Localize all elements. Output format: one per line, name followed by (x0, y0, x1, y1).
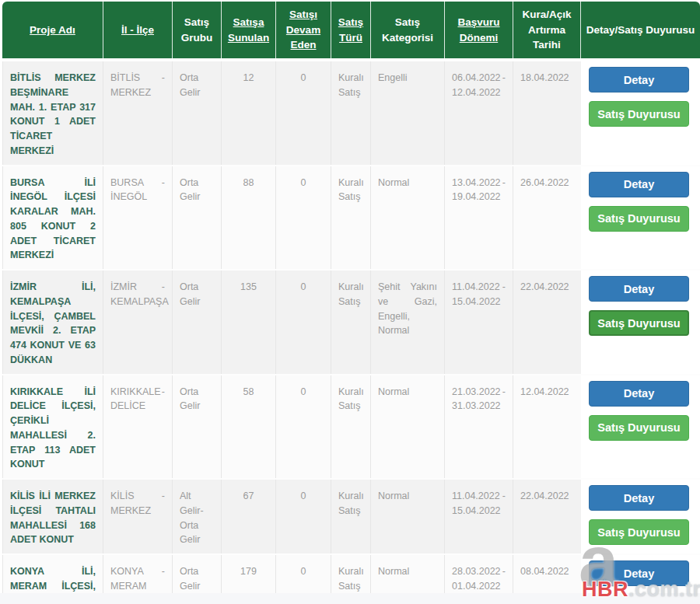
application-end-date: 01.04.2022 (452, 579, 506, 594)
sales-table-page: Proje Adıİl - İlçeSatış GrubuSatışa Sunu… (0, 0, 700, 604)
province-label: KİLİS (110, 489, 135, 504)
draw-date-cell: 26.04.2022 (513, 166, 581, 270)
application-period-dash: - (502, 385, 506, 400)
province-district-dash: - (162, 280, 165, 295)
sales-group-cell: Alt Gelir- Orta Gelir (173, 480, 222, 553)
detail-button[interactable]: Detay (589, 276, 689, 302)
column-header-2[interactable]: İl - İlçe (103, 2, 173, 58)
sales-category-cell: Engelli (371, 61, 445, 165)
ongoing-count-cell: 0 (276, 61, 331, 165)
actions-cell: Detay Satış Duyurusu (589, 375, 700, 479)
application-period-dash: - (502, 71, 506, 86)
ongoing-count-cell: 0 (276, 375, 331, 479)
project-name-cell: İZMİR İLİ, KEMALPAŞA İLÇESİ, ÇAMBEL MEVK… (2, 271, 103, 374)
province-district-dash: - (162, 564, 165, 579)
application-end-date: 15.04.2022 (452, 295, 506, 309)
column-gutter (581, 166, 589, 270)
column-header-4[interactable]: Satışa Sunulan (222, 2, 276, 58)
district-label: MERKEZ (110, 504, 165, 518)
province-district-cell: KIRIKKALE - DELİCE (103, 375, 173, 479)
application-start-date: 21.03.2022 (452, 385, 501, 400)
sales-announcement-button[interactable]: Satış Duyurusu (589, 206, 689, 232)
sales-category-cell: Normal (371, 480, 445, 553)
sales-announcement-button[interactable]: Satış Duyurusu (589, 310, 689, 336)
province-district-cell: BURSA - İNEGÖL (103, 166, 173, 270)
application-start-date: 11.04.2022 (452, 489, 500, 504)
column-header-5[interactable]: Satışı Devam Eden (276, 2, 331, 58)
application-period-cell: 21.03.2022 - 31.03.2022 (445, 375, 513, 479)
sales-category-cell: Şehit Yakını ve Gazi, Engelli, Normal (371, 271, 445, 374)
province-district-cell: İZMİR - KEMALPAŞA (103, 271, 173, 374)
project-name-cell: BURSA İLİ İNEGÖL İLÇESİ KARALAR MAH. 805… (2, 166, 103, 270)
sales-category-cell: Normal (371, 375, 445, 479)
column-header-8[interactable]: Başvuru Dönemi (445, 2, 513, 58)
district-label: MERKEZ (110, 86, 165, 100)
application-start-date: 11.04.2022 (452, 280, 500, 295)
sales-type-cell: Kuralı Satış (331, 375, 371, 479)
application-period-dash: - (502, 280, 506, 295)
column-header-1[interactable]: Proje Adı (2, 2, 103, 58)
sales-group-cell: Orta Gelir (173, 375, 222, 479)
draw-date-cell: 18.04.2022 (513, 61, 581, 165)
application-end-date: 19.04.2022 (452, 190, 506, 204)
province-district-cell: BİTLİS - MERKEZ (103, 61, 173, 165)
table-row: İZMİR İLİ, KEMALPAŞA İLÇESİ, ÇAMBEL MEVK… (2, 271, 700, 375)
column-gutter (581, 480, 589, 553)
table-row: BURSA İLİ İNEGÖL İLÇESİ KARALAR MAH. 805… (2, 166, 700, 271)
application-period-cell: 13.04.2022 - 19.04.2022 (445, 166, 513, 270)
district-label: İNEGÖL (110, 190, 165, 204)
detail-button[interactable]: Detay (589, 172, 689, 197)
detail-button[interactable]: Detay (589, 485, 689, 511)
actions-cell: Detay Satış Duyurusu (589, 61, 700, 165)
application-period-cell: 11.04.2022 - 15.04.2022 (445, 271, 513, 374)
district-label: KEMALPAŞA (110, 295, 165, 309)
application-end-date: 31.03.2022 (452, 399, 506, 414)
offered-count-cell: 12 (222, 61, 276, 165)
sales-announcement-button[interactable]: Satış Duyurusu (589, 519, 689, 545)
table-row: BİTLİS MERKEZ BEŞMİNARE MAH. 1. ETAP 317… (2, 61, 700, 166)
sales-group-cell: Orta Gelir (173, 166, 222, 270)
application-period-cell: 06.04.2022 - 12.04.2022 (445, 61, 513, 165)
ongoing-count-cell: 0 (276, 166, 331, 270)
column-header-9: Kura/Açık Artırma Tarihi (513, 2, 581, 58)
sales-category-cell: Normal (371, 166, 445, 270)
detail-button[interactable]: Detay (589, 381, 689, 407)
project-name-cell: BİTLİS MERKEZ BEŞMİNARE MAH. 1. ETAP 317… (2, 61, 103, 165)
column-header-3: Satış Grubu (173, 2, 222, 58)
projects-sales-table: Proje Adıİl - İlçeSatış GrubuSatışa Sunu… (2, 2, 700, 604)
application-start-date: 06.04.2022 (452, 71, 501, 86)
offered-count-cell: 58 (222, 375, 276, 479)
table-row: KİLİS İLİ MERKEZ İLÇESİ TAHTALI MAHALLES… (2, 480, 700, 555)
table-row: KIRIKKALE İLİ DELİCE İLÇESİ, ÇERİKLİ MAH… (2, 375, 700, 480)
draw-date-cell: 12.04.2022 (513, 375, 581, 479)
detail-button[interactable]: Detay (589, 560, 689, 586)
column-header-10: Detay/Satış Duyurusu (581, 2, 700, 58)
draw-date-cell: 22.04.2022 (513, 480, 581, 553)
application-period-cell: 11.04.2022 - 15.04.2022 (445, 480, 513, 553)
actions-cell: Detay Satış Duyurusu (589, 271, 700, 374)
offered-count-cell: 88 (222, 166, 276, 270)
table-body: BİTLİS MERKEZ BEŞMİNARE MAH. 1. ETAP 317… (2, 61, 700, 604)
actions-cell: Detay Satış Duyurusu (589, 166, 700, 270)
ongoing-count-cell: 0 (276, 480, 331, 553)
project-name-cell: KIRIKKALE İLİ DELİCE İLÇESİ, ÇERİKLİ MAH… (2, 375, 103, 479)
province-district-dash: - (162, 489, 165, 504)
application-end-date: 12.04.2022 (452, 86, 506, 100)
province-label: BİTLİS (110, 71, 140, 86)
table-header: Proje Adıİl - İlçeSatış GrubuSatışa Sunu… (2, 2, 700, 58)
sales-announcement-button[interactable]: Satış Duyurusu (589, 415, 689, 441)
offered-count-cell: 67 (222, 480, 276, 553)
province-label: KIRIKKALE (110, 385, 161, 400)
sales-group-cell: Orta Gelir (173, 61, 222, 165)
page-footer-strip (0, 593, 700, 604)
column-header-6[interactable]: Satış Türü (331, 2, 371, 58)
ongoing-count-cell: 0 (276, 271, 331, 374)
detail-button[interactable]: Detay (589, 67, 689, 93)
draw-date-cell: 22.04.2022 (513, 271, 581, 374)
column-gutter (581, 61, 589, 165)
sales-announcement-button[interactable]: Satış Duyurusu (589, 101, 689, 127)
province-district-dash: - (162, 385, 165, 400)
province-district-dash: - (162, 176, 165, 190)
district-label: MERAM (110, 579, 165, 594)
application-period-dash: - (502, 489, 506, 504)
